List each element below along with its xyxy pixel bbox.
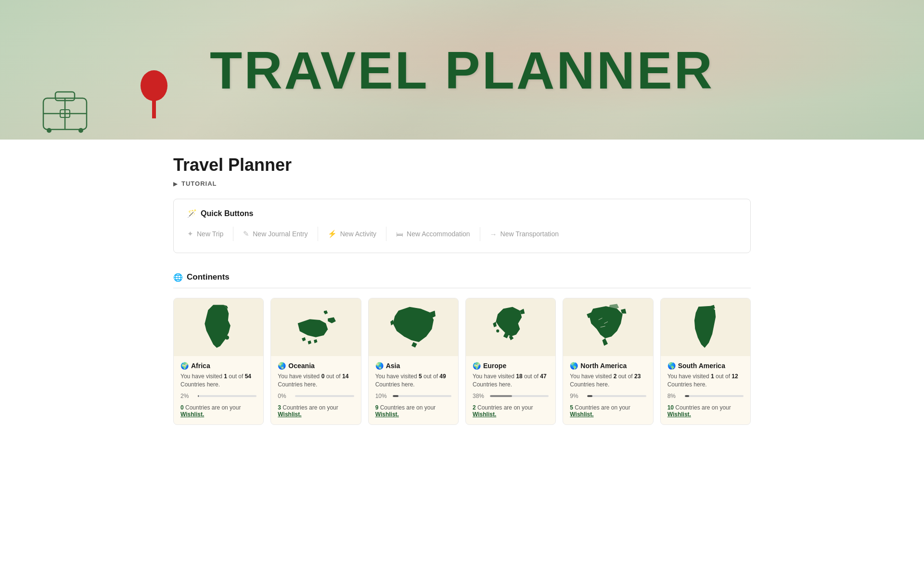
svg-point-6 bbox=[78, 128, 83, 133]
svg-point-10 bbox=[496, 330, 499, 333]
tutorial-label: TUTORIAL bbox=[181, 180, 217, 187]
europe-map bbox=[466, 298, 555, 356]
europe-progress: 38% bbox=[473, 393, 549, 399]
south-america-map bbox=[661, 298, 750, 356]
africa-progress-bar bbox=[198, 395, 257, 397]
continents-section-header: 🌐 Continents bbox=[173, 272, 751, 282]
north-america-emoji: 🌎 bbox=[570, 362, 578, 370]
north-america-visited-text: You have visited 2 out of 23 Countries h… bbox=[570, 372, 646, 389]
asia-info: 🌏 Asia You have visited 5 out of 49 Coun… bbox=[369, 356, 458, 424]
north-america-wishlist: 5 Countries are on your Wishlist. bbox=[570, 404, 646, 418]
africa-info: 🌍 Africa You have visited 1 out of 54 Co… bbox=[174, 356, 263, 424]
continent-card-north-america[interactable]: 🌎 North America You have visited 2 out o… bbox=[563, 298, 653, 425]
oceania-map bbox=[271, 298, 360, 356]
south-america-progress: 8% bbox=[667, 393, 744, 399]
oceania-progress: 0% bbox=[278, 393, 354, 399]
north-america-name: 🌎 North America bbox=[570, 362, 646, 370]
new-transportation-label: New Transportation bbox=[500, 230, 559, 238]
quick-buttons-list: ✦ New Trip ✎ New Journal Entry ⚡ New Act… bbox=[187, 227, 737, 241]
quick-buttons-title: Quick Buttons bbox=[201, 209, 253, 218]
new-accommodation-icon: 🛏 bbox=[396, 230, 403, 238]
north-america-progress-fill bbox=[587, 395, 592, 397]
new-activity-icon: ⚡ bbox=[328, 230, 337, 238]
asia-progress-fill bbox=[393, 395, 398, 397]
europe-pct: 38% bbox=[473, 393, 486, 399]
new-activity-label: New Activity bbox=[340, 230, 376, 238]
oceania-progress-bar bbox=[295, 395, 354, 397]
south-america-pct: 8% bbox=[667, 393, 681, 399]
asia-pct: 10% bbox=[375, 393, 389, 399]
oceania-emoji: 🌏 bbox=[278, 362, 286, 370]
north-america-pct: 9% bbox=[570, 393, 583, 399]
africa-wishlist: 0 Countries are on your Wishlist. bbox=[180, 404, 257, 418]
europe-visited-text: You have visited 18 out of 47 Countries … bbox=[473, 372, 549, 389]
europe-name: 🌍 Europe bbox=[473, 362, 549, 370]
north-america-info: 🌎 North America You have visited 2 out o… bbox=[563, 356, 653, 424]
europe-progress-bar bbox=[490, 395, 549, 397]
new-trip-label: New Trip bbox=[197, 230, 223, 238]
oceania-pct: 0% bbox=[278, 393, 291, 399]
tutorial-arrow-icon: ▶ bbox=[173, 180, 178, 187]
oceania-visited-text: You have visited 0 out of 14 Countries h… bbox=[278, 372, 354, 389]
continents-grid: 🌍 Africa You have visited 1 out of 54 Co… bbox=[173, 298, 751, 425]
tutorial-toggle[interactable]: ▶ TUTORIAL bbox=[173, 180, 751, 187]
quick-buttons-header: 🪄 Quick Buttons bbox=[187, 209, 737, 218]
svg-point-9 bbox=[324, 311, 326, 313]
continents-section-title: Continents bbox=[187, 272, 230, 282]
south-america-visited-text: You have visited 1 out of 12 Countries h… bbox=[667, 372, 744, 389]
new-journal-button[interactable]: ✎ New Journal Entry bbox=[233, 227, 318, 241]
new-trip-button[interactable]: ✦ New Trip bbox=[187, 227, 233, 241]
north-america-progress-bar bbox=[587, 395, 646, 397]
south-america-progress-bar bbox=[685, 395, 744, 397]
south-america-wishlist: 10 Countries are on your Wishlist. bbox=[667, 404, 744, 418]
asia-wishlist-link[interactable]: Wishlist. bbox=[375, 411, 399, 418]
svg-point-8 bbox=[225, 335, 230, 340]
new-transportation-button[interactable]: → New Transportation bbox=[480, 227, 568, 241]
continent-card-oceania[interactable]: 🌏 Oceania You have visited 0 out of 14 C… bbox=[270, 298, 361, 425]
new-accommodation-button[interactable]: 🛏 New Accommodation bbox=[386, 227, 480, 241]
africa-visited-text: You have visited 1 out of 54 Countries h… bbox=[180, 372, 257, 389]
oceania-wishlist: 3 Countries are on your Wishlist. bbox=[278, 404, 354, 418]
oceania-name: 🌏 Oceania bbox=[278, 362, 354, 370]
south-america-emoji: 🌎 bbox=[667, 362, 676, 370]
south-america-wishlist-link[interactable]: Wishlist. bbox=[667, 411, 691, 418]
continent-card-south-america[interactable]: 🌎 South America You have visited 1 out o… bbox=[660, 298, 751, 425]
europe-info: 🌍 Europe You have visited 18 out of 47 C… bbox=[466, 356, 555, 424]
africa-progress-fill bbox=[198, 395, 199, 397]
europe-progress-fill bbox=[490, 395, 512, 397]
europe-emoji: 🌍 bbox=[473, 362, 481, 370]
svg-point-5 bbox=[47, 128, 51, 133]
hero-title: TRAVEL PLANNER bbox=[210, 39, 714, 101]
new-journal-label: New Journal Entry bbox=[253, 230, 308, 238]
continent-card-asia[interactable]: 🌏 Asia You have visited 5 out of 49 Coun… bbox=[368, 298, 459, 425]
north-america-wishlist-link[interactable]: Wishlist. bbox=[570, 411, 593, 418]
oceania-info: 🌏 Oceania You have visited 0 out of 14 C… bbox=[271, 356, 360, 424]
asia-map bbox=[369, 298, 458, 356]
asia-name: 🌏 Asia bbox=[375, 362, 451, 370]
asia-progress: 10% bbox=[375, 393, 451, 399]
africa-name: 🌍 Africa bbox=[180, 362, 257, 370]
africa-map bbox=[174, 298, 263, 356]
asia-visited-text: You have visited 5 out of 49 Countries h… bbox=[375, 372, 451, 389]
continents-divider bbox=[173, 288, 751, 288]
continent-card-europe[interactable]: 🌍 Europe You have visited 18 out of 47 C… bbox=[465, 298, 556, 425]
south-america-progress-fill bbox=[685, 395, 690, 397]
new-journal-icon: ✎ bbox=[243, 230, 249, 238]
asia-emoji: 🌏 bbox=[375, 362, 384, 370]
new-trip-icon: ✦ bbox=[187, 230, 193, 238]
svg-point-7 bbox=[141, 70, 167, 101]
south-america-info: 🌎 South America You have visited 1 out o… bbox=[661, 356, 750, 424]
africa-progress: 2% bbox=[180, 393, 257, 399]
hero-banner: TRAVEL PLANNER bbox=[0, 0, 924, 140]
asia-wishlist: 9 Countries are on your Wishlist. bbox=[375, 404, 451, 418]
africa-pct: 2% bbox=[180, 393, 194, 399]
africa-emoji: 🌍 bbox=[180, 362, 189, 370]
continent-card-africa[interactable]: 🌍 Africa You have visited 1 out of 54 Co… bbox=[173, 298, 264, 425]
suitcase-icon bbox=[38, 85, 91, 135]
oceania-wishlist-link[interactable]: Wishlist. bbox=[278, 411, 301, 418]
europe-wishlist-link[interactable]: Wishlist. bbox=[473, 411, 496, 418]
africa-wishlist-link[interactable]: Wishlist. bbox=[180, 411, 204, 418]
new-accommodation-label: New Accommodation bbox=[407, 230, 470, 238]
new-activity-button[interactable]: ⚡ New Activity bbox=[318, 227, 386, 241]
quick-buttons-icon: 🪄 bbox=[187, 209, 197, 218]
